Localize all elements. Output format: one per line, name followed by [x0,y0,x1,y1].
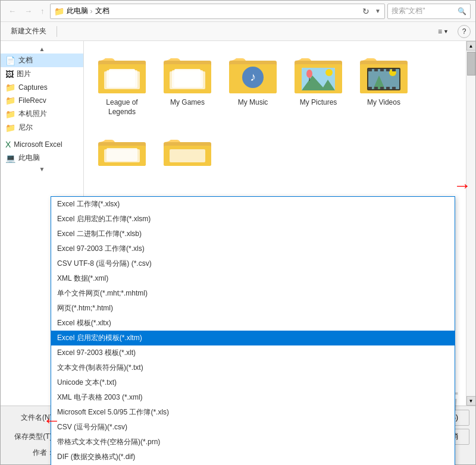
folder-svg-league [98,55,146,95]
file-type-dropdown: Excel 工作簿(*.xlsx) Excel 启用宏的工作簿(*.xlsm) … [51,196,455,465]
search-placeholder-text: 搜索"文档" [392,6,458,16]
dropdown-item-txt-tab[interactable]: 文本文件(制表符分隔)(*.txt) [51,360,455,375]
sidebar-item-pictures[interactable]: 🖼 图片 [1,67,83,81]
sidebar-label-local-photos: 本机照片 [18,109,47,119]
toolbar2-separator [57,26,57,37]
filerecv-icon: 📁 [5,96,15,105]
dropdown-item-prn[interactable]: 带格式文本文件(空格分隔)(*.prn) [51,435,455,450]
dropdown-item-xlsb[interactable]: Excel 二进制工作簿(*.xlsb) [51,227,455,241]
breadcrumb-dropdown-arrow: ▼ [375,8,381,14]
new-folder-button[interactable]: 新建文件夹 [5,24,52,38]
author-label: 作者： [7,448,54,458]
sidebar-scroll-down[interactable]: ▼ [1,165,83,174]
sidebar-item-local-photos[interactable]: 📁 本机照片 [1,107,83,121]
folder-svg-pictures [295,55,342,95]
folder-label-pictures: My Pictures [300,98,337,108]
svg-point-21 [306,70,312,78]
svg-rect-30 [374,69,378,71]
dropdown-item-csv-utf8[interactable]: CSV UTF-8 (逗号分隔) (*.csv) [51,256,455,271]
sidebar-item-filerecv[interactable]: 📁 FileRecv [1,94,83,107]
folder-icon-games [164,54,211,96]
scroll-up-button[interactable]: ▲ [466,41,476,51]
folder-icon: 📁 [54,7,64,16]
dropdown-item-xml[interactable]: XML 数据(*.xml) [51,271,455,286]
sidebar-label-documents: 文档 [18,55,33,65]
folder-svg-music: ♪ [229,55,277,95]
scroll-down-button[interactable]: ▼ [466,396,476,406]
sidebar-label-pictures: 图片 [17,69,31,79]
svg-rect-37 [386,87,390,89]
scroll-track [466,51,476,396]
forward-button[interactable]: → [21,5,35,17]
sidebar-label-this-pc: 此电脑 [18,153,40,163]
sidebar-item-captures[interactable]: 📁 Captures [1,81,83,94]
toolbar: ← → ↑ 📁 此电脑 › 文档 ↻ ▼ 搜索"文档" 🔍 [1,1,475,22]
svg-rect-36 [380,87,384,89]
dropdown-item-html[interactable]: 网页(*.htm;*.html) [51,301,455,316]
folder-partial-1[interactable] [92,128,152,180]
folder-label-league: League ofLegends [106,98,137,117]
folder-my-music[interactable]: ♪ My Music [223,49,283,121]
sidebar-label-captures: Captures [18,83,48,92]
refresh-button[interactable]: ↻ [359,5,372,18]
up-button[interactable]: ↑ [37,5,48,17]
toolbar2: 新建文件夹 ≡ ▼ ? [1,22,475,41]
dropdown-item-xlsx[interactable]: Excel 工作簿(*.xlsx) [51,197,455,212]
folder-partial-2[interactable] [158,128,217,180]
sidebar-item-excel[interactable]: X Microsoft Excel [1,138,83,151]
dropdown-item-txt-unicode[interactable]: Unicode 文本(*.txt) [51,375,455,390]
view-button[interactable]: ≡ ▼ [433,26,454,37]
folder-label-music: My Music [238,98,268,108]
dropdown-item-mht[interactable]: 单个文件网页(*.mht;*.mhtml) [51,286,455,301]
pictures-icon: 🖼 [5,70,14,79]
search-bar[interactable]: 搜索"文档" 🔍 [387,4,471,19]
folder-partial-svg-2 [164,134,211,174]
folder-svg-videos [360,55,408,95]
folder-icon-pictures [295,54,342,96]
captures-icon: 📁 [5,83,15,92]
dropdown-item-xlt97[interactable]: Excel 97-2003 模板(*.xlt) [51,345,455,360]
svg-rect-10 [174,69,201,87]
folder-my-games[interactable]: My Games [158,49,217,121]
documents-icon: 📄 [5,56,15,65]
folder-my-pictures[interactable]: My Pictures [289,49,348,121]
sidebar-item-this-pc[interactable]: 💻 此电脑 [1,151,83,165]
folder-partial-icon-2 [164,133,211,175]
red-arrow-right: → [453,175,471,196]
this-pc-icon: 💻 [5,153,15,163]
help-button[interactable]: ? [458,25,471,38]
sidebar-item-documents[interactable]: 📄 文档 [1,54,83,67]
folder-grid: League ofLegends [90,47,460,123]
svg-point-20 [325,69,333,76]
dropdown-item-xls97[interactable]: Excel 97-2003 工作簿(*.xls) [51,241,455,256]
breadcrumb-sep: › [90,7,93,15]
folder-league-of-legends[interactable]: League ofLegends [92,49,152,121]
scroll-thumb[interactable] [467,52,475,76]
svg-rect-33 [392,69,396,71]
sidebar-scroll-up[interactable]: ▲ [1,45,83,54]
svg-rect-35 [374,87,378,89]
address-bar[interactable]: 📁 此电脑 › 文档 ↻ ▼ [50,4,386,19]
back-button[interactable]: ← [5,5,19,17]
folder-grid-row2 [90,126,460,182]
dropdown-item-csv[interactable]: CSV (逗号分隔)(*.csv) [51,420,455,435]
dropdown-item-xml-2003[interactable]: XML 电子表格 2003 (*.xml) [51,390,455,405]
dropdown-item-dif[interactable]: DIF (数据交换格式)(*.dif) [51,450,455,464]
svg-rect-38 [392,87,396,89]
sidebar-item-niel[interactable]: 📁 尼尔 [1,121,83,134]
vertical-scrollbar: ▲ ▼ [466,41,475,406]
dropdown-item-xltx[interactable]: Excel 模板(*.xltx) [51,316,455,331]
svg-rect-5 [109,69,135,87]
breadcrumb-this-pc: 此电脑 [67,6,88,16]
sidebar-label-niel: 尼尔 [18,122,33,133]
filetype-label: 保存类型(T): [7,432,54,442]
folder-partial-svg-1 [98,134,146,174]
dropdown-item-xltm[interactable]: Excel 启用宏的模板(*.xltm) [51,331,455,345]
folder-label-videos: My Videos [367,98,400,108]
folder-my-videos[interactable]: My Videos [354,49,414,121]
dropdown-item-xlsm[interactable]: Excel 启用宏的工作簿(*.xlsm) [51,212,455,227]
dropdown-item-xls-5095[interactable]: Microsoft Excel 5.0/95 工作簿(*.xls) [51,405,455,420]
sidebar-label-filerecv: FileRecv [18,96,46,105]
folder-icon-league [98,54,146,96]
svg-text:♪: ♪ [250,70,256,83]
